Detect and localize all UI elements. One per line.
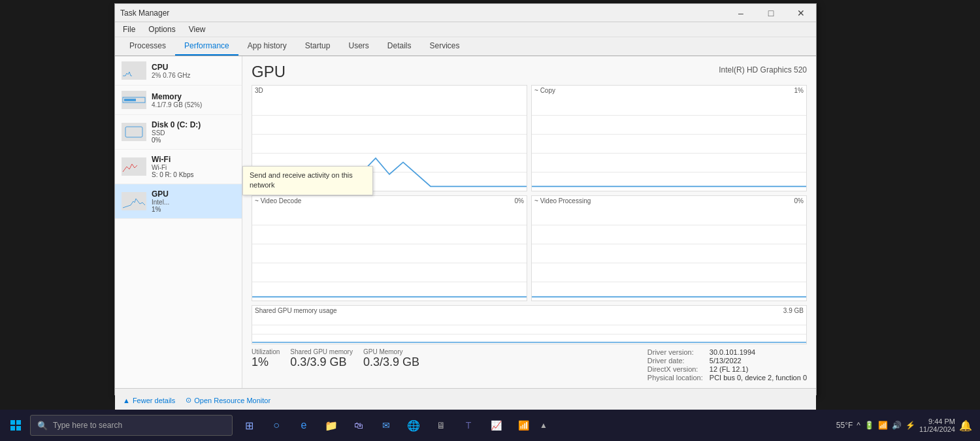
- mail-button[interactable]: ✉: [374, 412, 399, 438]
- svg-rect-4: [16, 420, 21, 425]
- notification-button[interactable]: 🔔: [959, 419, 972, 432]
- explorer-icon: 📁: [325, 419, 338, 432]
- network-tray-icon: 📶: [878, 421, 888, 430]
- disk-value: 0%: [152, 137, 235, 144]
- temperature-display: 55°F: [836, 421, 853, 430]
- open-resource-monitor-button[interactable]: ⊙ Open Resource Monitor: [186, 396, 270, 404]
- fewer-details-icon: ▲: [123, 397, 130, 404]
- tab-processes[interactable]: Processes: [120, 37, 175, 56]
- memory-info: Memory 4.1/7.9 GB (52%): [152, 92, 235, 108]
- stats-section: Utilization 1% Shared GPU memory 0.3/3.9…: [252, 348, 807, 382]
- icon8-button[interactable]: 🖥: [429, 412, 453, 438]
- show-hidden-icons-button[interactable]: ▲: [540, 421, 547, 430]
- chart-copy: ~ Copy 1%: [531, 85, 807, 191]
- sidebar-item-disk[interactable]: Disk 0 (C: D:) SSD 0%: [115, 115, 242, 150]
- directx-val: 12 (FL 12.1): [710, 365, 807, 373]
- taskview-button[interactable]: ⊞: [237, 412, 261, 438]
- cpu-sublabel: 2% 0.76 GHz: [152, 72, 235, 79]
- shared-gpu-stat: Shared GPU memory 0.3/3.9 GB: [290, 348, 353, 369]
- wifi-label: Wi-Fi: [152, 155, 235, 164]
- network-button[interactable]: 📶: [511, 412, 536, 438]
- driver-date-key: Driver date:: [647, 357, 703, 365]
- taskbar-app-icons: ⊞ ○ e 📁 🛍 ✉ 🌐 🖥 T 📈 📶: [237, 412, 536, 438]
- gpu-subtitle: Intel(R) HD Graphics 520: [719, 65, 807, 74]
- tab-services[interactable]: Services: [421, 37, 469, 56]
- tab-users[interactable]: Users: [339, 37, 378, 56]
- start-button[interactable]: [3, 412, 29, 438]
- icon8-icon: 🖥: [436, 420, 446, 431]
- shared-memory-chart: Shared GPU memory usage 3.9 GB: [252, 305, 807, 344]
- gpu-title-block: GPU: [252, 63, 286, 81]
- gpu-memory-label: GPU Memory: [363, 348, 419, 355]
- chart-copy-svg: [532, 86, 806, 191]
- sidebar-item-wifi[interactable]: Wi-Fi Wi-Fi S: 0 R: 0 Kbps: [115, 150, 242, 184]
- search-placeholder-text: Type here to search: [53, 421, 122, 430]
- maximize-button[interactable]: □: [756, 4, 786, 22]
- menu-options[interactable]: Options: [146, 24, 178, 35]
- fewer-details-button[interactable]: ▲ Fewer details: [123, 397, 175, 404]
- taskview-icon: ⊞: [245, 419, 253, 432]
- chrome-button[interactable]: 🌐: [401, 412, 426, 438]
- resource-monitor-icon: ⊙: [186, 396, 191, 404]
- wifi-value: S: 0 R: 0 Kbps: [152, 171, 235, 178]
- menu-bar: File Options View: [115, 22, 816, 37]
- tab-startup[interactable]: Startup: [296, 37, 340, 56]
- cortana-button[interactable]: ○: [264, 412, 289, 438]
- window-title: Task Manager: [120, 8, 169, 18]
- cpu-label: CPU: [152, 63, 235, 72]
- utilization-label: Utilization: [252, 348, 280, 355]
- charge-icon: ⚡: [906, 421, 915, 430]
- explorer-button[interactable]: 📁: [319, 412, 344, 438]
- wifi-tooltip: Send and receive activity on this networ…: [242, 166, 373, 195]
- tab-details[interactable]: Details: [378, 37, 421, 56]
- bottom-bar: ▲ Fewer details ⊙ Open Resource Monitor: [115, 388, 816, 412]
- clock-time: 9:44 PM: [919, 417, 955, 425]
- store-button[interactable]: 🛍: [346, 412, 371, 438]
- title-bar: Task Manager – □ ✕: [115, 4, 816, 22]
- fewer-details-label: Fewer details: [133, 397, 175, 404]
- directx-key: DirectX version:: [647, 365, 703, 373]
- memory-sublabel: 4.1/7.9 GB (52%): [152, 101, 235, 108]
- stocks-icon: 📈: [491, 420, 502, 431]
- network-icon: 📶: [518, 420, 529, 431]
- tab-apphistory[interactable]: App history: [238, 37, 296, 56]
- wifi-info: Wi-Fi Wi-Fi S: 0 R: 0 Kbps: [152, 155, 235, 178]
- memory-label: Memory: [152, 92, 235, 101]
- windows-logo-icon: [10, 419, 22, 431]
- gpu-memory-stat: GPU Memory 0.3/3.9 GB: [363, 348, 419, 369]
- disk-icon: [122, 123, 146, 141]
- wifi-sublabel: Wi-Fi: [152, 164, 235, 171]
- menu-view[interactable]: View: [186, 24, 208, 35]
- cpu-icon: [122, 61, 146, 80]
- sidebar-item-memory[interactable]: Memory 4.1/7.9 GB (52%): [115, 86, 242, 115]
- gpu-sublabel: Intel...: [152, 199, 235, 206]
- disk-label: Disk 0 (C: D:): [152, 120, 235, 129]
- tab-performance[interactable]: Performance: [175, 37, 238, 56]
- edge-button[interactable]: e: [291, 412, 316, 438]
- physical-location-key: Physical location:: [647, 374, 703, 382]
- main-content: CPU 2% 0.76 GHz Memory 4.1/7.9 GB (52%): [115, 56, 816, 388]
- minimize-button[interactable]: –: [726, 4, 756, 22]
- sidebar: CPU 2% 0.76 GHz Memory 4.1/7.9 GB (52%): [115, 56, 242, 388]
- svg-rect-1: [124, 99, 136, 101]
- sidebar-item-gpu[interactable]: GPU Intel... 1%: [115, 184, 242, 219]
- menu-file[interactable]: File: [120, 24, 138, 35]
- taskbar-search-bar[interactable]: 🔍 Type here to search: [30, 415, 233, 436]
- driver-info-block: Driver version: 30.0.101.1994 Driver dat…: [647, 348, 807, 382]
- gpu-info: GPU Intel... 1%: [152, 189, 235, 213]
- teams-button[interactable]: T: [456, 412, 481, 438]
- title-bar-controls: – □ ✕: [726, 4, 816, 22]
- chart-videodecode: ~ Video Decode 0%: [252, 195, 527, 302]
- memory-icon: [122, 91, 146, 109]
- close-button[interactable]: ✕: [786, 4, 816, 22]
- cpu-info: CPU 2% 0.76 GHz: [152, 63, 235, 79]
- taskbar-clock[interactable]: 9:44 PM 11/24/2024: [919, 417, 955, 433]
- disk-sublabel: SSD: [152, 129, 235, 137]
- svg-rect-5: [10, 426, 15, 431]
- stocks-button[interactable]: 📈: [483, 412, 508, 438]
- chart-videodecode-svg: [252, 196, 527, 301]
- disk-info: Disk 0 (C: D:) SSD 0%: [152, 120, 235, 144]
- sidebar-item-cpu[interactable]: CPU 2% 0.76 GHz: [115, 56, 242, 86]
- search-icon: 🔍: [37, 421, 48, 431]
- mail-icon: ✉: [382, 420, 390, 431]
